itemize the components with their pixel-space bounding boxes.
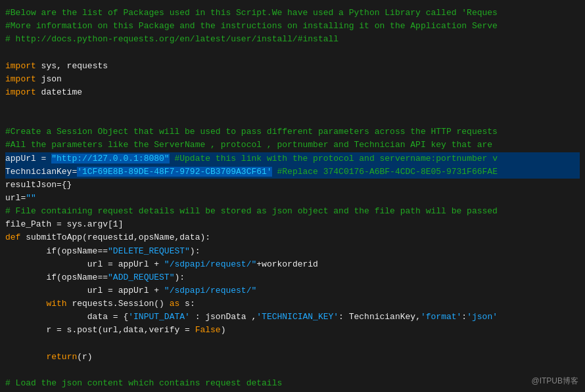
watermark: @ITPUB博客 (531, 376, 578, 387)
code-block: #Below are the list of Packages used in … (5, 7, 580, 392)
code-line: TechnicianKey='1CF69E8B-89DE-48F7-9792-C… (5, 165, 580, 179)
code-line: if(opsName=="ADD_REQUEST"): (5, 271, 580, 284)
code-line: import sys, requests (5, 60, 580, 73)
code-line: #All the parameters like the ServerName … (5, 139, 580, 152)
code-line: url = appUrl + "/sdpapi/request/"+workor… (5, 258, 580, 271)
code-line: # File containing request details will b… (5, 205, 580, 218)
code-line: #Below are the list of Packages used in … (5, 7, 580, 20)
code-line: # Load the json content which contains r… (5, 377, 580, 390)
code-line (5, 46, 580, 59)
code-line: resultJson={} (5, 179, 580, 192)
code-line: r = s.post(url,data,verify = False) (5, 324, 580, 337)
code-line: data = {'INPUT_DATA' : jsonData ,'TECHNI… (5, 311, 580, 324)
code-line: #Create a Session Object that will be us… (5, 125, 580, 139)
code-editor: #Below are the list of Packages used in … (0, 0, 585, 392)
code-line: #More information on this Package and th… (5, 20, 580, 33)
code-line: if(opsName=="DELETE_REQUEST"): (5, 245, 580, 258)
code-line: url = appUrl + "/sdpapi/request/" (5, 284, 580, 297)
code-line: import datetime (5, 86, 580, 99)
code-line: appUrl = "http://127.0.0.1:8080" #Update… (5, 152, 580, 165)
code-line: # http://docs.python-requests.org/en/lat… (5, 33, 580, 46)
code-line (5, 364, 580, 377)
code-line: url="" (5, 192, 580, 205)
code-line: file_Path = sys.argv[1] (5, 218, 580, 231)
code-line (5, 99, 580, 112)
code-line (5, 338, 580, 351)
code-line (5, 112, 580, 125)
code-line: return(r) (5, 351, 580, 364)
code-line: import json (5, 73, 580, 86)
code-line: def submitToApp(requestid,opsName,data): (5, 231, 580, 244)
code-line: with requests.Session() as s: (5, 297, 580, 311)
